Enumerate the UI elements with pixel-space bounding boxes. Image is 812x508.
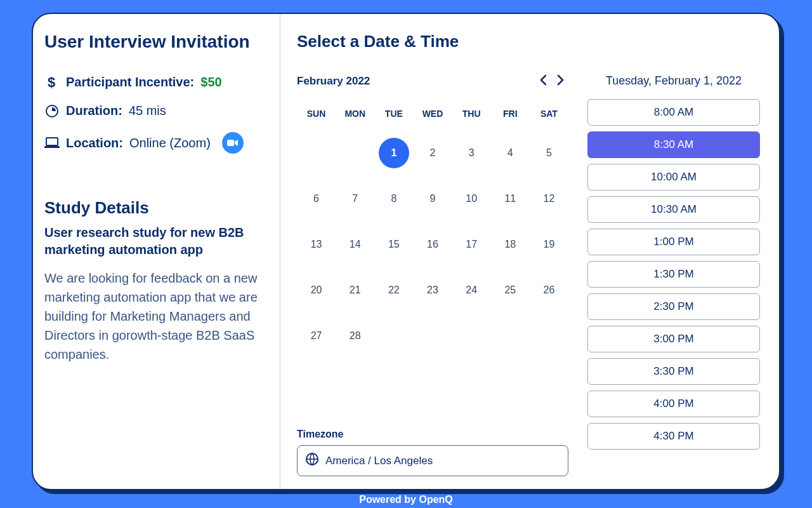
calendar-day	[491, 313, 530, 359]
calendar-day[interactable]: 17	[452, 222, 491, 267]
svg-rect-2	[46, 138, 58, 145]
calendar-day[interactable]: 11	[491, 176, 530, 222]
calendar-dow: THU	[452, 104, 491, 130]
time-slot-button[interactable]: 4:30 PM	[587, 423, 760, 450]
incentive-row: $ Participant Incentive: $50	[44, 75, 266, 90]
calendar-column: February 2022 SUNMONTUEWEDTHUFRISAT12345…	[297, 74, 568, 476]
time-slot-button[interactable]: 1:30 PM	[587, 261, 760, 288]
calendar-dow: SUN	[297, 104, 336, 130]
calendar-day[interactable]: 12	[530, 176, 568, 222]
time-slot-button[interactable]: 10:30 AM	[587, 196, 760, 223]
location-value: Online (Zoom)	[129, 136, 211, 150]
chevron-right-icon	[557, 74, 565, 86]
times-list: 8:00 AM8:30 AM10:00 AM10:30 AM1:00 PM1:3…	[587, 99, 760, 450]
zoom-icon	[222, 132, 244, 154]
calendar-day	[530, 313, 568, 359]
globe-icon	[305, 452, 319, 469]
duration-value: 45 mis	[129, 104, 166, 118]
clock-icon	[44, 104, 60, 118]
calendar-dow: TUE	[374, 104, 413, 130]
calendar-day[interactable]: 27	[297, 313, 336, 359]
timezone-select[interactable]: America / Los Angeles	[297, 445, 568, 476]
dollar-icon: $	[44, 76, 60, 90]
calendar-day	[336, 130, 374, 176]
calendar-day	[413, 313, 452, 359]
time-slot-button[interactable]: 4:00 PM	[587, 391, 760, 417]
calendar-day[interactable]: 24	[452, 267, 491, 313]
chevron-left-icon	[539, 74, 547, 86]
calendar-day[interactable]: 4	[491, 130, 530, 176]
calendar-day[interactable]: 22	[374, 267, 413, 313]
calendar-day[interactable]: 16	[413, 222, 452, 267]
calendar-day[interactable]: 3	[452, 130, 491, 176]
calendar-day[interactable]: 20	[297, 267, 336, 313]
calendar-day[interactable]: 10	[452, 176, 491, 222]
calendar-day[interactable]: 21	[336, 267, 374, 313]
schedule-panel: Select a Date & Time February 2022 SUNMO…	[280, 14, 779, 489]
footer-credit: Powered by OpenQ	[32, 494, 780, 505]
times-column: Tuesday, February 1, 2022 8:00 AM8:30 AM…	[587, 74, 760, 476]
time-slot-button[interactable]: 2:30 PM	[587, 293, 760, 320]
calendar-day[interactable]: 7	[336, 176, 374, 222]
study-heading: Study Details	[44, 198, 266, 218]
calendar-day[interactable]: 28	[336, 313, 374, 359]
calendar-day[interactable]: 26	[530, 267, 568, 313]
calendar-dow: FRI	[491, 104, 530, 130]
study-panel: User Interview Invitation $ Participant …	[33, 14, 280, 489]
calendar-dow: SAT	[530, 104, 568, 130]
calendar-day[interactable]: 5	[530, 130, 568, 176]
calendar-dow: WED	[413, 104, 452, 130]
time-slot-button[interactable]: 1:00 PM	[587, 229, 760, 255]
study-details: Study Details User research study for ne…	[44, 198, 266, 364]
location-row: Location: Online (Zoom)	[44, 132, 266, 154]
laptop-icon	[44, 137, 60, 149]
calendar-day[interactable]: 25	[491, 267, 530, 313]
calendar-day	[297, 130, 336, 176]
calendar-day	[452, 313, 491, 359]
month-label: February 2022	[297, 75, 370, 88]
duration-label: Duration:	[66, 104, 122, 118]
svg-rect-3	[44, 146, 60, 148]
time-slot-button[interactable]: 8:00 AM	[587, 99, 760, 126]
time-slot-button[interactable]: 3:30 PM	[587, 358, 760, 385]
calendar-day[interactable]: 23	[413, 267, 452, 313]
calendar-grid: SUNMONTUEWEDTHUFRISAT1234567891011121314…	[297, 104, 568, 359]
svg-rect-4	[227, 140, 234, 146]
time-slot-button[interactable]: 3:00 PM	[587, 326, 760, 352]
incentive-value: $50	[200, 75, 221, 90]
calendar-day[interactable]: 9	[413, 176, 452, 222]
calendar-day[interactable]: 8	[374, 176, 413, 222]
page-title: User Interview Invitation	[44, 32, 266, 52]
time-slot-button[interactable]: 8:30 AM	[587, 131, 760, 158]
calendar-day[interactable]: 13	[297, 222, 336, 267]
study-subtitle: User research study for new B2B marketin…	[44, 224, 266, 258]
incentive-label: Participant Incentive:	[66, 75, 194, 90]
calendar-day[interactable]: 1	[374, 130, 413, 176]
selected-date-label: Tuesday, February 1, 2022	[587, 74, 760, 88]
schedule-heading: Select a Date & Time	[297, 32, 760, 51]
next-month-button[interactable]	[557, 74, 565, 88]
calendar-day	[374, 313, 413, 359]
time-slot-button[interactable]: 10:00 AM	[587, 164, 760, 190]
calendar-day[interactable]: 19	[530, 222, 568, 267]
calendar-day[interactable]: 18	[491, 222, 530, 267]
calendar-day[interactable]: 15	[374, 222, 413, 267]
study-description: We are looking for feedback on a new mar…	[44, 269, 266, 364]
calendar-day[interactable]: 14	[336, 222, 374, 267]
duration-row: Duration: 45 mis	[44, 104, 266, 118]
booking-card: User Interview Invitation $ Participant …	[32, 13, 780, 490]
svg-text:$: $	[48, 76, 55, 90]
prev-month-button[interactable]	[539, 74, 547, 88]
location-label: Location:	[66, 136, 123, 150]
timezone-value: America / Los Angeles	[325, 455, 433, 467]
timezone-section: Timezone America / Los Angeles	[297, 429, 568, 476]
calendar-day[interactable]: 6	[297, 176, 336, 222]
calendar-dow: MON	[336, 104, 374, 130]
timezone-label: Timezone	[297, 429, 568, 440]
calendar-day[interactable]: 2	[413, 130, 452, 176]
